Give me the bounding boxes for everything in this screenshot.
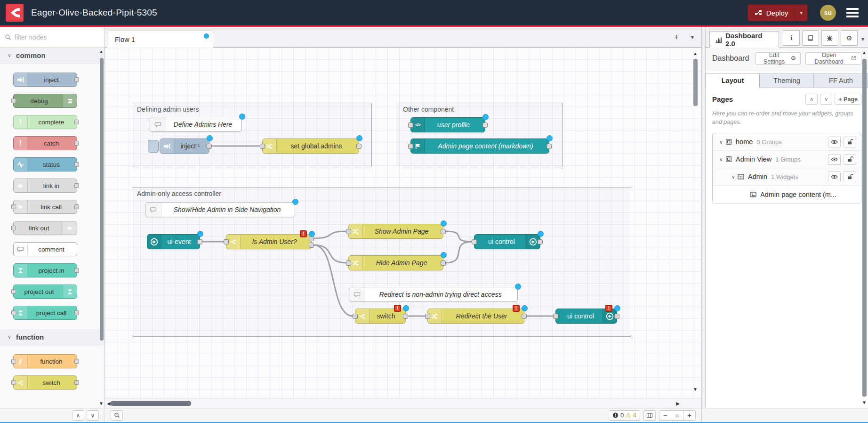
zoom-out-button[interactable]: −: [659, 410, 671, 421]
zoom-reset-button[interactable]: ○: [671, 410, 683, 421]
output-port[interactable]: [403, 314, 408, 319]
output-port[interactable]: [482, 122, 488, 128]
node-inject-inject1[interactable]: inject ¹: [160, 138, 209, 154]
output-port[interactable]: [441, 229, 446, 234]
dashboard-tab-ff-auth[interactable]: FF Auth: [814, 73, 868, 88]
palette-search-input[interactable]: [15, 33, 100, 41]
palette-node-link-out[interactable]: link out: [13, 221, 77, 235]
node-hide-admin-page-hide1[interactable]: Hide Admin Page: [348, 255, 443, 270]
node-admin-page-content-markdown-template2[interactable]: Admin page content (markdown): [410, 138, 549, 154]
node-ui-event-uievent1[interactable]: ui-event: [147, 234, 200, 249]
palette-scroll-up-arrow[interactable]: ▲: [99, 49, 104, 54]
notification-counts[interactable]: 0 ⚠ 4: [609, 410, 640, 421]
node-ui-control-uictl1[interactable]: ui control: [474, 234, 540, 249]
add-flow-button[interactable]: +: [669, 30, 683, 44]
input-port[interactable]: [346, 260, 351, 266]
wire-hide1-to-uictl1[interactable]: [445, 242, 472, 263]
palette-expand-all-button[interactable]: ∨: [87, 410, 99, 421]
sidebar-tab-bug[interactable]: [821, 30, 838, 46]
input-port[interactable]: [425, 314, 430, 319]
palette-scroll-down-arrow[interactable]: ▼: [99, 401, 104, 406]
navigator-button[interactable]: [643, 410, 656, 421]
flowfuse-logo-icon[interactable]: [6, 4, 24, 22]
input-port[interactable]: [472, 239, 477, 244]
palette-node-comment[interactable]: comment: [13, 242, 77, 256]
edit-settings-button[interactable]: Edit Settings ⚙: [755, 52, 801, 65]
lock-button[interactable]: [844, 154, 856, 165]
add-page-button[interactable]: + Page: [835, 94, 861, 105]
tree-row-home[interactable]: ∨home0 Groups: [713, 133, 861, 151]
node-redirect-is-non-admin-trying-direct-access-comment3[interactable]: Redirect is non-admin trying direct acce…: [349, 287, 518, 302]
node-ui-control-uictl2[interactable]: ui control!: [555, 309, 617, 324]
tree-row-admin-page-content-m[interactable]: Admin page content (m...: [713, 186, 861, 203]
wire-isadmin-to-switch2[interactable]: [313, 245, 353, 316]
flow-list-caret[interactable]: ▾: [685, 30, 699, 44]
deploy-options-caret[interactable]: ▾: [795, 5, 807, 21]
palette-node-inject[interactable]: inject: [13, 73, 77, 87]
visibility-button[interactable]: [828, 171, 841, 182]
sidebar-tab-info[interactable]: i: [783, 30, 800, 46]
sidebar-scroll-down-arrow[interactable]: ▼: [862, 400, 867, 405]
tree-row-admin-view[interactable]: ∨Admin View1 Groups: [713, 151, 861, 168]
node-set-global-admins-change1[interactable]: set global.admins: [262, 138, 359, 154]
input-port[interactable]: [224, 239, 229, 244]
visibility-button[interactable]: [828, 154, 841, 165]
node-show-hide-admin-in-side-navigation-comment2[interactable]: Show/Hide Admin in Side Navigation: [145, 202, 295, 217]
open-dashboard-button[interactable]: Open Dashboard: [805, 52, 861, 65]
collapse-all-button[interactable]: ∧: [805, 94, 818, 105]
input-port[interactable]: [353, 314, 358, 319]
sidebar-scroll-up-arrow[interactable]: ▲: [862, 50, 867, 55]
palette-node-function[interactable]: ƒfunction: [13, 354, 77, 368]
output-port[interactable]: [197, 239, 202, 244]
sidebar-scrollbar[interactable]: [862, 59, 867, 397]
node-is-admin-user-isadmin[interactable]: Is Admin User?!: [226, 234, 312, 249]
inject-button[interactable]: [148, 140, 159, 153]
palette-node-link-call[interactable]: link call: [13, 200, 77, 214]
input-port[interactable]: [260, 144, 265, 149]
flow-canvas[interactable]: ▲ ▼ Defining admin usersOther componentA…: [105, 48, 701, 399]
tree-expander-icon[interactable]: ∨: [717, 139, 725, 145]
palette-node-status[interactable]: status: [13, 157, 77, 171]
palette-node-catch[interactable]: !catch: [13, 136, 77, 150]
output-port[interactable]: [538, 239, 543, 244]
palette-node-switch[interactable]: switch: [13, 375, 77, 390]
palette-node-debug[interactable]: debug: [13, 94, 77, 108]
node-show-admin-page-show1[interactable]: Show Admin Page: [348, 224, 443, 239]
wire-isadmin-to-hide1[interactable]: [313, 245, 346, 263]
palette-category-common[interactable]: ∨common: [0, 48, 104, 64]
node-user-profile-template1[interactable]: </>user profile: [410, 117, 485, 132]
tree-expander-icon[interactable]: ∨: [717, 157, 725, 162]
palette-category-function[interactable]: ∨function: [0, 329, 104, 345]
tab-flow-1[interactable]: Flow 1: [107, 31, 213, 48]
output-port[interactable]: [614, 314, 619, 319]
output-port[interactable]: [207, 144, 212, 149]
output-port[interactable]: [441, 260, 446, 266]
output-port[interactable]: [356, 144, 362, 149]
tree-expander-icon[interactable]: ∨: [730, 174, 737, 179]
deploy-button[interactable]: Deploy ▾: [747, 4, 808, 21]
lock-button[interactable]: [844, 171, 856, 182]
node-define-admins-here-comment1[interactable]: Define Admins Here: [150, 117, 242, 132]
sidebar-tab-gear[interactable]: ⚙: [841, 30, 858, 46]
node-switch-switch2[interactable]: switch!: [355, 309, 406, 324]
palette-search[interactable]: [0, 27, 104, 48]
palette-scrollbar[interactable]: [100, 58, 104, 341]
node-redirect-the-user-redirect1[interactable]: Redirect the User!: [427, 309, 524, 324]
palette-node-link-in[interactable]: link in: [13, 179, 77, 193]
palette-node-complete[interactable]: !complete: [13, 115, 77, 129]
canvas-scroll-right-arrow[interactable]: ▶: [676, 401, 680, 406]
main-menu-button[interactable]: [846, 8, 859, 17]
input-port[interactable]: [408, 122, 413, 128]
canvas-horizontal-scrollbar[interactable]: [111, 401, 191, 406]
input-port[interactable]: [553, 314, 558, 319]
user-avatar[interactable]: su: [820, 5, 836, 21]
expand-all-button[interactable]: ∨: [820, 94, 832, 105]
tab-dashboard-2[interactable]: Dashboard 2.0: [709, 31, 779, 48]
output-port[interactable]: [547, 144, 552, 149]
zoom-in-button[interactable]: +: [683, 410, 696, 421]
dashboard-tab-theming[interactable]: Theming: [760, 73, 814, 88]
tree-row-admin[interactable]: ∨Admin1 Widgets: [713, 168, 861, 186]
input-port[interactable]: [408, 144, 413, 149]
palette-node-project-out[interactable]: project out: [13, 285, 77, 299]
wire-show1-to-uictl1[interactable]: [445, 231, 472, 242]
